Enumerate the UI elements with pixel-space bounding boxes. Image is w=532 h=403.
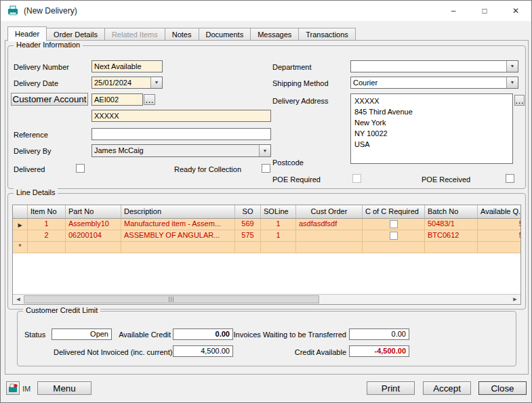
print-button[interactable]: Print [367, 381, 415, 395]
delivery-address-lookup-button[interactable]: … [514, 95, 525, 106]
tab-documents[interactable]: Documents [199, 28, 251, 41]
cell-part-no[interactable] [66, 242, 121, 253]
shipping-method-dropdown[interactable]: Courier ▼ [350, 77, 518, 89]
maximize-button[interactable]: □ [469, 1, 500, 21]
minimize-button[interactable]: – [438, 1, 469, 21]
im-status-button[interactable] [6, 381, 20, 395]
cell-so-line[interactable]: 1 [261, 219, 296, 230]
scroll-right-button[interactable]: ▶ [510, 295, 520, 304]
row-selector-cell[interactable] [13, 230, 28, 241]
tab-header[interactable]: Header [7, 26, 47, 41]
delivered-not-invoiced-field: 4,500.00 [173, 345, 233, 357]
row-selector-cell[interactable]: ▶ [13, 219, 28, 230]
cell-c-of-c-required[interactable] [363, 242, 425, 253]
customer-account-button[interactable]: Customer Account [11, 93, 88, 106]
department-dropdown-icon[interactable]: ▼ [506, 61, 518, 72]
column-header-so[interactable]: SO [235, 205, 261, 218]
ready-for-collection-checkbox[interactable] [262, 164, 270, 173]
cell-available-qty[interactable] [478, 242, 521, 253]
cell-so[interactable]: 575 [235, 230, 261, 241]
column-header-available-qty[interactable]: Available Q... [478, 205, 521, 218]
cell-item-no[interactable]: 1 [28, 219, 66, 230]
cell-cust-order[interactable]: asdfasdfsdf [296, 219, 363, 230]
cell-item-no[interactable] [28, 242, 66, 253]
line-details-title: Line Details [14, 188, 58, 196]
cell-cust-order[interactable] [296, 230, 363, 241]
reference-input[interactable] [91, 128, 271, 140]
scrollbar-thumb[interactable] [24, 295, 319, 303]
shipping-method-dropdown-icon[interactable]: ▼ [506, 77, 518, 88]
tab-notes[interactable]: Notes [165, 28, 199, 41]
cell-batch-no[interactable]: 50483/1 [425, 219, 478, 230]
column-header-part-no[interactable]: Part No [66, 205, 121, 218]
tab-messages[interactable]: Messages [250, 28, 299, 41]
poe-received-checkbox[interactable] [506, 174, 514, 183]
cell-so-line[interactable]: 1 [261, 230, 296, 241]
close-window-button[interactable]: ✕ [500, 1, 531, 21]
accept-button[interactable]: Accept [423, 381, 471, 395]
tab-order-details[interactable]: Order Details [46, 28, 105, 41]
customer-account-lookup-button[interactable]: … [144, 94, 155, 105]
shipping-method-label: Shipping Method [272, 79, 329, 88]
cell-so-line[interactable] [261, 242, 296, 253]
menu-button[interactable]: Menu [37, 381, 91, 395]
cell-available-qty[interactable]: 5.0 [478, 230, 521, 241]
c-of-c-checkbox[interactable] [390, 232, 398, 240]
column-header-so-line[interactable]: SOLine [261, 205, 296, 218]
column-header-description[interactable]: Description [121, 205, 235, 218]
cell-description[interactable]: Manufactured item - Assem... [121, 219, 235, 230]
available-credit-field: 0.00 [173, 328, 233, 340]
cell-part-no[interactable]: 06200104 [66, 230, 121, 241]
cell-description[interactable] [121, 242, 235, 253]
delivery-date-field[interactable]: 25/01/2024 ▼ [91, 77, 163, 89]
cell-batch-no[interactable]: BTC0612 [425, 230, 478, 241]
column-header-cust-order[interactable]: Cust Order [296, 205, 363, 218]
cell-cust-order[interactable] [296, 242, 363, 253]
customer-account-field[interactable]: AEI002 [91, 93, 143, 106]
delivery-date-label: Delivery Date [14, 79, 58, 88]
scroll-left-button[interactable]: ◀ [13, 295, 24, 304]
delivery-address-box[interactable]: XXXXX 845 Third Avenue New York NY 10022… [350, 93, 513, 164]
delivery-by-label: Delivery By [14, 147, 52, 156]
app-icon [7, 5, 18, 16]
cell-so[interactable] [235, 242, 261, 253]
delivery-address-label: Delivery Address [272, 97, 329, 106]
poe-required-checkbox[interactable] [352, 174, 361, 183]
delivery-by-dropdown[interactable]: James McCaig ▼ [91, 144, 271, 157]
delivery-date-dropdown-icon[interactable]: ▼ [150, 77, 162, 88]
grid-corner-cell[interactable] [13, 205, 28, 218]
customer-name-field[interactable]: XXXXX [91, 110, 271, 122]
grid-horizontal-scrollbar[interactable]: ◀ ▶ [13, 294, 520, 304]
column-header-item-no[interactable]: Item No [28, 205, 66, 218]
cell-c-of-c-required[interactable] [363, 230, 425, 241]
cell-batch-no[interactable] [425, 242, 478, 253]
new-row-marker[interactable]: * [13, 242, 28, 253]
address-line: New York [354, 117, 509, 128]
cell-c-of-c-required[interactable] [363, 219, 425, 230]
titlebar: (New Delivery) – □ ✕ [1, 1, 531, 21]
c-of-c-checkbox[interactable] [390, 220, 398, 228]
column-header-batch-no[interactable]: Batch No [425, 205, 478, 218]
column-header-c-of-c-required[interactable]: C of C Required [363, 205, 425, 218]
delivery-by-dropdown-icon[interactable]: ▼ [259, 145, 270, 156]
credit-available-field: -4,500.00 [349, 345, 409, 357]
delivery-number-field[interactable]: Next Available [91, 60, 163, 72]
delivery-number-label: Delivery Number [14, 63, 69, 72]
line-details-grid: Item No Part No Description SO SOLine Cu… [12, 205, 521, 305]
header-information-title: Header Information [14, 41, 83, 49]
delivered-checkbox[interactable] [76, 164, 85, 173]
cell-description[interactable]: ASSEMBLY OF ANGULAR... [121, 230, 235, 241]
cell-available-qty[interactable]: 5.0 [478, 219, 521, 230]
cell-so[interactable]: 569 [235, 219, 261, 230]
tab-transactions[interactable]: Transactions [298, 28, 356, 41]
line-details-group: Line Details Item No Part No Description… [7, 193, 526, 310]
department-dropdown[interactable]: ▼ [350, 60, 518, 72]
cell-part-no[interactable]: Assembly10 [66, 219, 121, 230]
customer-credit-limit-title: Customer Credit Limit [23, 306, 100, 314]
department-label: Department [272, 63, 311, 72]
delivered-label: Delivered [14, 165, 45, 174]
address-line: NY 10022 [354, 128, 509, 139]
close-button[interactable]: Close [478, 381, 527, 395]
cell-item-no[interactable]: 2 [28, 230, 66, 241]
tab-strip: Header Order Details Related Items Notes… [8, 26, 356, 41]
